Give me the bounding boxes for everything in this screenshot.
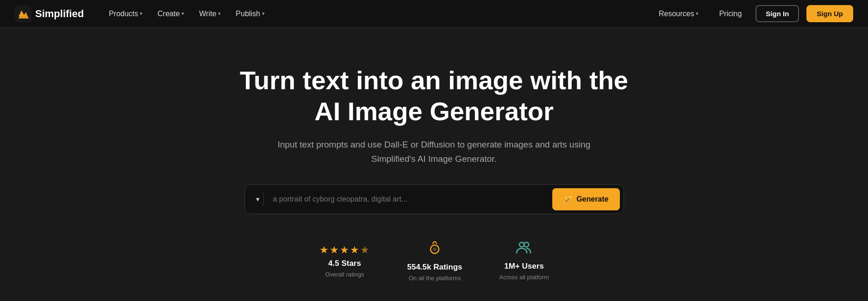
search-dropdown-button[interactable]: ▾ xyxy=(252,192,264,206)
stars-label: Overall ratings xyxy=(325,271,364,278)
dropdown-chevron-icon: ▾ xyxy=(256,195,260,203)
hero-title: Turn text into an image with the AI Imag… xyxy=(226,65,643,127)
products-chevron-icon: ▾ xyxy=(140,11,143,17)
resources-chevron-icon: ▾ xyxy=(696,11,699,17)
svg-point-2 xyxy=(433,247,437,251)
users-label: Across all platform xyxy=(500,274,549,281)
nav-right: Resources ▾ Pricing Sign In Sign Up xyxy=(652,5,853,22)
nav-item-pricing[interactable]: Pricing xyxy=(712,6,748,22)
stars-icon: ★★★★★ xyxy=(319,244,370,256)
hero-subtitle: Input text prompts and use Dall-E or Dif… xyxy=(277,138,592,166)
write-chevron-icon: ▾ xyxy=(218,11,221,17)
logo-text: Simplified xyxy=(35,8,84,20)
stat-item-users: 1M+ Users Across all platform xyxy=(500,241,549,281)
signin-button[interactable]: Sign In xyxy=(756,5,799,22)
navbar: Simplified Products ▾ Create ▾ Write ▾ P… xyxy=(0,0,868,28)
users-value: 1M+ Users xyxy=(504,262,544,271)
svg-point-3 xyxy=(519,242,524,247)
users-icon xyxy=(516,241,532,257)
logo-link[interactable]: Simplified xyxy=(15,6,84,22)
wand-icon: 🪄 xyxy=(563,195,573,204)
nav-item-products[interactable]: Products ▾ xyxy=(102,6,149,22)
publish-chevron-icon: ▾ xyxy=(262,11,265,17)
ratings-value: 554.5k Ratings xyxy=(407,263,462,272)
nav-links: Products ▾ Create ▾ Write ▾ Publish ▾ xyxy=(102,6,652,22)
create-chevron-icon: ▾ xyxy=(181,11,184,17)
ratings-label: On all the platforms xyxy=(409,275,461,282)
svg-point-4 xyxy=(524,242,529,247)
nav-item-publish[interactable]: Publish ▾ xyxy=(229,6,271,22)
stat-item-stars: ★★★★★ 4.5 Stars Overall ratings xyxy=(319,244,370,278)
stat-item-ratings: 554.5k Ratings On all the platforms xyxy=(407,240,462,282)
search-bar: ▾ 🪄 Generate xyxy=(244,184,624,214)
hero-section: Turn text into an image with the AI Imag… xyxy=(0,28,868,301)
logo-icon xyxy=(15,6,31,22)
nav-item-create[interactable]: Create ▾ xyxy=(151,6,191,22)
stars-value: 4.5 Stars xyxy=(328,259,361,268)
medal-icon xyxy=(427,240,442,258)
signup-button[interactable]: Sign Up xyxy=(806,5,853,22)
generate-button[interactable]: 🪄 Generate xyxy=(552,188,619,210)
nav-item-resources[interactable]: Resources ▾ xyxy=(652,6,705,22)
search-input[interactable] xyxy=(268,195,549,203)
nav-item-write[interactable]: Write ▾ xyxy=(193,6,227,22)
stats-row: ★★★★★ 4.5 Stars Overall ratings 554.5k R… xyxy=(319,240,549,282)
